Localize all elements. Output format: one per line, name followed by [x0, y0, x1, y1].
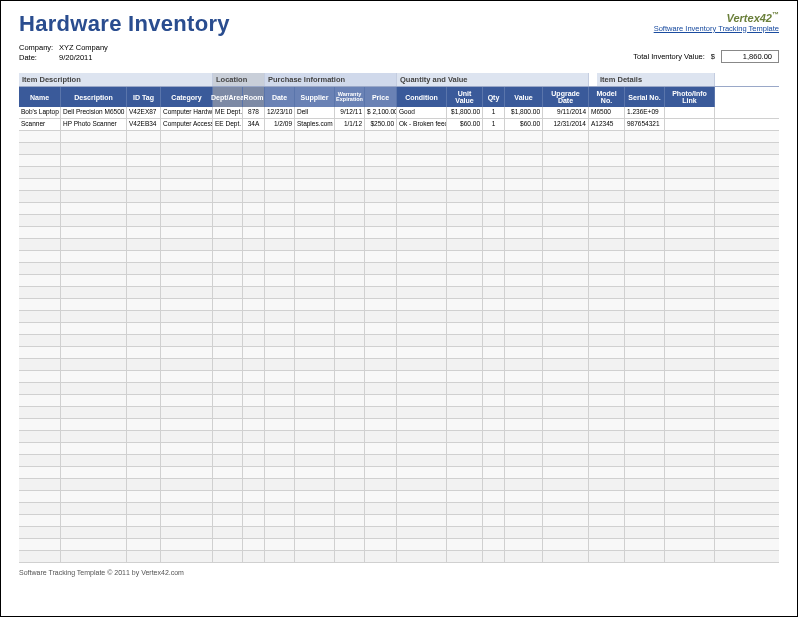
cell-dept[interactable]: EE Dept.: [213, 119, 243, 130]
cell-empty[interactable]: [265, 347, 295, 358]
cell-empty[interactable]: [295, 191, 335, 202]
template-link[interactable]: Software Inventory Tracking Template: [654, 24, 779, 33]
cell-empty[interactable]: [665, 395, 715, 406]
cell-empty[interactable]: [127, 167, 161, 178]
cell-empty[interactable]: [447, 143, 483, 154]
cell-empty[interactable]: [127, 275, 161, 286]
cell-empty[interactable]: [161, 263, 213, 274]
cell-price[interactable]: $250.00: [365, 119, 397, 130]
cell-empty[interactable]: [213, 419, 243, 430]
cell-empty[interactable]: [127, 215, 161, 226]
cell-empty[interactable]: [589, 467, 625, 478]
cell-empty[interactable]: [335, 407, 365, 418]
cell-empty[interactable]: [161, 347, 213, 358]
cell-unit[interactable]: $60.00: [447, 119, 483, 130]
cell-empty[interactable]: [665, 359, 715, 370]
cell-empty[interactable]: [61, 215, 127, 226]
cell-dept[interactable]: ME Dept.: [213, 107, 243, 118]
cell-empty[interactable]: [397, 323, 447, 334]
cell-empty[interactable]: [161, 503, 213, 514]
cell-empty[interactable]: [365, 239, 397, 250]
cell-photo[interactable]: [665, 107, 715, 118]
cell-empty[interactable]: [295, 539, 335, 550]
cell-empty[interactable]: [505, 503, 543, 514]
cell-empty[interactable]: [161, 143, 213, 154]
cell-empty[interactable]: [243, 395, 265, 406]
cell-empty[interactable]: [625, 467, 665, 478]
cell-empty[interactable]: [127, 131, 161, 142]
cell-empty[interactable]: [265, 443, 295, 454]
cell-id[interactable]: V42EX87: [127, 107, 161, 118]
table-row-empty[interactable]: [19, 179, 779, 191]
cell-empty[interactable]: [243, 311, 265, 322]
cell-empty[interactable]: [543, 371, 589, 382]
cell-empty[interactable]: [127, 359, 161, 370]
cell-empty[interactable]: [335, 455, 365, 466]
cell-empty[interactable]: [365, 287, 397, 298]
cell-empty[interactable]: [483, 347, 505, 358]
cell-empty[interactable]: [265, 299, 295, 310]
cell-empty[interactable]: [483, 527, 505, 538]
cell-empty[interactable]: [625, 515, 665, 526]
cell-empty[interactable]: [265, 455, 295, 466]
cell-empty[interactable]: [665, 203, 715, 214]
cell-empty[interactable]: [335, 335, 365, 346]
cell-empty[interactable]: [543, 455, 589, 466]
cell-empty[interactable]: [61, 299, 127, 310]
cell-empty[interactable]: [483, 467, 505, 478]
cell-empty[interactable]: [213, 431, 243, 442]
table-row-empty[interactable]: [19, 191, 779, 203]
cell-empty[interactable]: [19, 479, 61, 490]
cell-empty[interactable]: [665, 551, 715, 562]
cell-empty[interactable]: [483, 335, 505, 346]
cell-empty[interactable]: [447, 419, 483, 430]
cell-empty[interactable]: [625, 263, 665, 274]
cell-empty[interactable]: [365, 527, 397, 538]
cell-empty[interactable]: [505, 227, 543, 238]
cell-empty[interactable]: [483, 491, 505, 502]
cell-empty[interactable]: [295, 263, 335, 274]
cell-empty[interactable]: [127, 299, 161, 310]
cell-empty[interactable]: [365, 455, 397, 466]
cell-cat[interactable]: Computer Access: [161, 119, 213, 130]
cell-empty[interactable]: [19, 335, 61, 346]
cell-empty[interactable]: [665, 383, 715, 394]
cell-empty[interactable]: [295, 347, 335, 358]
cell-empty[interactable]: [161, 479, 213, 490]
cell-serial[interactable]: 1.236E+09: [625, 107, 665, 118]
cell-empty[interactable]: [19, 395, 61, 406]
cell-empty[interactable]: [61, 203, 127, 214]
cell-empty[interactable]: [589, 227, 625, 238]
cell-empty[interactable]: [265, 155, 295, 166]
cell-empty[interactable]: [19, 191, 61, 202]
cell-empty[interactable]: [295, 407, 335, 418]
cell-empty[interactable]: [543, 227, 589, 238]
cell-empty[interactable]: [589, 383, 625, 394]
cell-empty[interactable]: [589, 395, 625, 406]
cell-empty[interactable]: [543, 515, 589, 526]
cell-empty[interactable]: [335, 491, 365, 502]
cell-empty[interactable]: [335, 479, 365, 490]
cell-empty[interactable]: [295, 371, 335, 382]
cell-empty[interactable]: [243, 443, 265, 454]
cell-empty[interactable]: [543, 431, 589, 442]
cell-empty[interactable]: [19, 347, 61, 358]
cell-empty[interactable]: [625, 503, 665, 514]
cell-empty[interactable]: [447, 503, 483, 514]
table-row-empty[interactable]: [19, 503, 779, 515]
cell-empty[interactable]: [665, 431, 715, 442]
cell-empty[interactable]: [397, 191, 447, 202]
cell-empty[interactable]: [543, 347, 589, 358]
cell-empty[interactable]: [161, 287, 213, 298]
cell-empty[interactable]: [589, 203, 625, 214]
cell-empty[interactable]: [243, 299, 265, 310]
cell-empty[interactable]: [19, 227, 61, 238]
cell-empty[interactable]: [19, 359, 61, 370]
cell-empty[interactable]: [543, 299, 589, 310]
cell-empty[interactable]: [335, 179, 365, 190]
cell-empty[interactable]: [543, 131, 589, 142]
cell-empty[interactable]: [483, 503, 505, 514]
cell-empty[interactable]: [625, 155, 665, 166]
cell-empty[interactable]: [243, 431, 265, 442]
cell-empty[interactable]: [543, 395, 589, 406]
